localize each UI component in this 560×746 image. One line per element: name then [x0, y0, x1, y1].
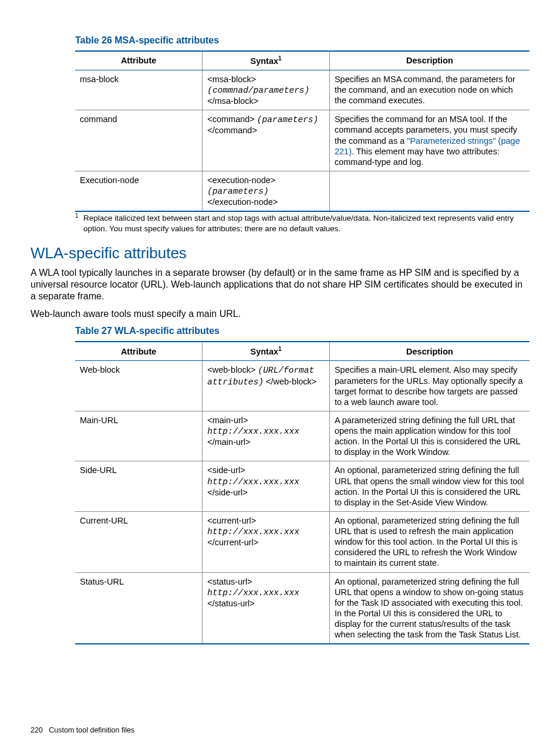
cell-syntax: <main-url> http://xxx.xxx.xxx </main-url…	[203, 411, 330, 461]
wla-paragraph-2: Web-launch aware tools must specify a ma…	[31, 308, 529, 320]
cell-description: An optional, parameterized string defini…	[329, 572, 529, 643]
table-row: Side-URL <side-url> http://xxx.xxx.xxx <…	[75, 461, 529, 512]
th-syntax: Syntax1	[203, 342, 330, 360]
cell-syntax: <current-url> http://xxx.xxx.xxx </curre…	[203, 511, 330, 572]
table-26-title: Table 26 MSA-specific attributes	[75, 35, 529, 46]
table-row: Main-URL <main-url> http://xxx.xxx.xxx <…	[75, 411, 529, 461]
table-row: Current-URL <current-url> http://xxx.xxx…	[75, 511, 529, 572]
th-syntax: Syntax1	[203, 52, 330, 70]
table-row: Execution-node <execution-node> (paramet…	[75, 171, 529, 211]
wla-paragraph-1: A WLA tool typically launches in a separ…	[31, 267, 529, 302]
cell-syntax: <web-block> (URL/format attributes) </we…	[203, 361, 330, 411]
table-row: msa-block <msa-block> (commnad/parameter…	[75, 70, 529, 110]
cell-description	[329, 171, 529, 211]
cell-syntax: <msa-block> (commnad/parameters) </msa-b…	[203, 70, 330, 110]
cell-attribute: msa-block	[75, 70, 203, 110]
table-26: Attribute Syntax1 Description msa-block …	[75, 52, 529, 211]
cell-syntax: <command> (parameters) </command>	[203, 110, 330, 171]
table-row: Web-block <web-block> (URL/format attrib…	[75, 361, 529, 411]
cell-description: Specifies an MSA command, the parameters…	[329, 70, 529, 110]
table-27-title: Table 27 WLA-specific attributes	[75, 326, 529, 336]
cell-syntax: <side-url> http://xxx.xxx.xxx </side-url…	[203, 461, 330, 512]
cell-attribute: Execution-node	[75, 171, 203, 211]
cell-attribute: Main-URL	[75, 411, 203, 461]
cell-attribute: Status-URL	[75, 572, 203, 643]
th-attribute: Attribute	[75, 342, 203, 360]
cell-attribute: Side-URL	[75, 461, 203, 512]
th-attribute: Attribute	[75, 52, 203, 70]
cell-syntax: <execution-node> (parameters) </executio…	[203, 171, 330, 211]
cell-description: An optional, parameterized string defini…	[329, 511, 529, 572]
cell-attribute: command	[75, 110, 203, 171]
th-description: Description	[329, 52, 529, 70]
cell-attribute: Current-URL	[75, 511, 203, 572]
cell-description: Specifies a main-URL element. Also may s…	[329, 361, 529, 411]
page-footer: 220 Custom tool definition files	[31, 726, 134, 734]
cell-description: A parameterized string defining the full…	[329, 411, 529, 461]
table-26-footnote: 1 Replace italicized text between start …	[75, 213, 529, 234]
footer-label: Custom tool definition files	[49, 726, 134, 734]
table-27: Attribute Syntax1 Description Web-block …	[75, 342, 529, 643]
table-row: Status-URL <status-url> http://xxx.xxx.x…	[75, 572, 529, 643]
table-row: command <command> (parameters) </command…	[75, 110, 529, 171]
wla-section-title: WLA-specific attributes	[31, 244, 529, 262]
page-number: 220	[31, 726, 43, 734]
th-description: Description	[329, 342, 529, 360]
cell-syntax: <status-url> http://xxx.xxx.xxx </status…	[203, 572, 330, 643]
cell-attribute: Web-block	[75, 361, 203, 411]
cell-description: An optional, parameterized string defini…	[329, 461, 529, 512]
cell-description: Specifies the command for an MSA tool. I…	[329, 110, 529, 171]
